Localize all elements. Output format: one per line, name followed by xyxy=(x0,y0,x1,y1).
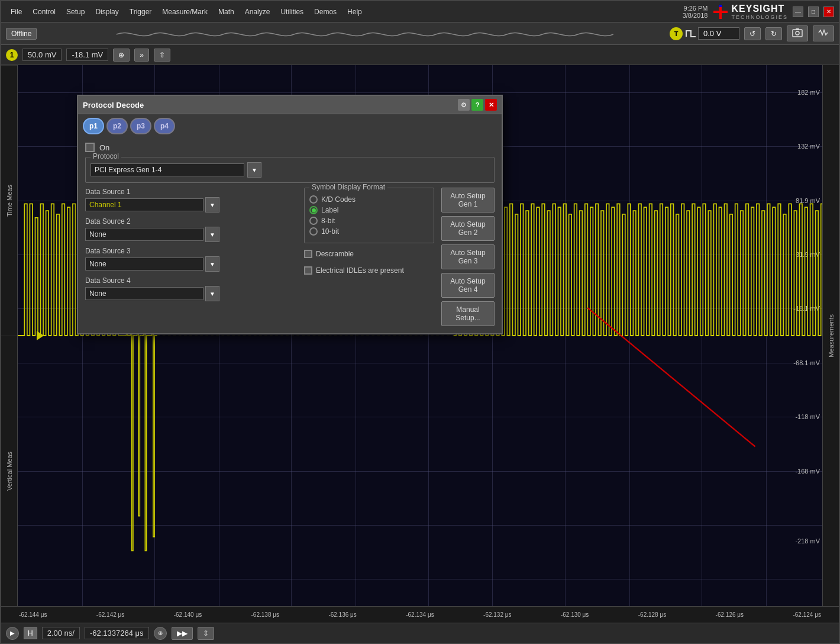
auto-setup-gen4-button[interactable]: Auto SetupGen 4 xyxy=(441,273,495,298)
svg-rect-1 xyxy=(713,11,728,13)
vertical-meas-label: Vertical Meas xyxy=(1,336,17,606)
trigger-marker[interactable] xyxy=(37,331,44,340)
manual-setup-button[interactable]: ManualSetup... xyxy=(441,301,495,326)
bottom-play-button[interactable]: ▶▶ xyxy=(172,627,193,640)
menu-setup[interactable]: Setup xyxy=(62,7,89,17)
menu-demos[interactable]: Demos xyxy=(309,7,341,17)
analysis-button[interactable] xyxy=(813,25,834,41)
wavy-decoration xyxy=(41,28,665,40)
dialog-close-button[interactable]: ✕ xyxy=(485,99,497,111)
radio-label[interactable] xyxy=(309,206,318,214)
screenshot-button[interactable] xyxy=(787,25,808,41)
radio-10bit[interactable] xyxy=(309,227,318,236)
datasource2-dropdown-arrow[interactable]: ▼ xyxy=(205,227,219,242)
main-content: Time Meas Vertical Meas xyxy=(1,65,839,606)
auto-setup-gen3-button[interactable]: Auto SetupGen 3 xyxy=(441,244,495,269)
menu-help[interactable]: Help xyxy=(343,7,367,17)
time-tick-4: -62.136 μs xyxy=(328,611,356,618)
auto-setup-gen2-button[interactable]: Auto SetupGen 2 xyxy=(441,216,495,241)
radio-label-row: Label xyxy=(309,206,429,214)
on-checkbox[interactable] xyxy=(85,143,95,152)
offline-badge: Offline xyxy=(6,28,37,40)
time-tick-10: -62.124 μs xyxy=(793,611,820,618)
measurements-label: Measurements xyxy=(828,314,835,358)
side-labels: Time Meas Vertical Meas xyxy=(1,65,18,606)
maximize-button[interactable]: □ xyxy=(808,7,819,17)
channel1-badge: 1 xyxy=(6,49,18,61)
datasource2-group: Data Source 2 None ▼ xyxy=(85,217,297,242)
datasource4-dropdown-arrow[interactable]: ▼ xyxy=(205,286,219,301)
timebase-value[interactable]: 2.00 ns/ xyxy=(42,627,80,639)
protocol-select[interactable]: PCI Express Gen 1-4 xyxy=(91,163,244,176)
radio-kd-row: K/D Codes xyxy=(309,195,429,204)
channel1-offset[interactable]: -18.1 mV xyxy=(66,49,108,61)
tab-p2[interactable]: p2 xyxy=(106,118,128,134)
menu-measure[interactable]: Measure/Mark xyxy=(157,7,212,17)
time-tick-3: -62.138 μs xyxy=(251,611,279,618)
channel1-scale[interactable]: 50.0 mV xyxy=(22,49,62,61)
close-button[interactable]: ✕ xyxy=(823,7,834,17)
electrical-idles-row: Electrical IDLEs are present xyxy=(304,266,434,275)
dialog-settings-button[interactable]: ⚙ xyxy=(458,99,470,111)
auto-setup-gen1-button[interactable]: Auto SetupGen 1 xyxy=(441,188,495,212)
protocol-decode-dialog: Protocol Decode ⚙ ? ✕ p1 p2 p3 p4 xyxy=(77,95,503,334)
play-button[interactable]: ▶ xyxy=(6,627,19,640)
waveform-icon xyxy=(818,28,829,37)
datasource2-select[interactable]: None xyxy=(85,228,203,241)
datasource1-select[interactable]: Channel 1 xyxy=(85,198,203,211)
tab-p4[interactable]: p4 xyxy=(154,118,175,134)
menu-file[interactable]: File xyxy=(6,7,27,17)
datasource3-select-row: None ▼ xyxy=(85,256,297,272)
radio-kd-label: K/D Codes xyxy=(321,195,356,204)
autoscale-button[interactable]: ⇳ xyxy=(154,49,170,62)
radio-8bit[interactable] xyxy=(309,217,318,225)
menu-math[interactable]: Math xyxy=(214,7,239,17)
menu-control[interactable]: Control xyxy=(28,7,60,17)
tab-p1[interactable]: p1 xyxy=(83,118,104,134)
menu-display[interactable]: Display xyxy=(91,7,123,17)
svg-rect-5 xyxy=(796,28,799,30)
datasource1-label: Data Source 1 xyxy=(85,188,297,196)
minimize-button[interactable]: — xyxy=(793,7,803,17)
zoom-arrow-button[interactable]: » xyxy=(134,49,149,62)
bottom-toolbar: ▶ H 2.00 ns/ -62.1337264 μs ⊕ ▶▶ ⇳ xyxy=(1,623,839,643)
datasource3-select[interactable]: None xyxy=(85,257,203,271)
tab-p3[interactable]: p3 xyxy=(130,118,151,134)
trigger-section: T 0.0 V xyxy=(670,27,739,40)
redo-button[interactable]: ↻ xyxy=(765,27,782,40)
zoom-plus-button[interactable]: ⊕ xyxy=(113,49,130,62)
datasource1-group: Data Source 1 Channel 1 ▼ xyxy=(85,188,297,212)
zoom-circle-button[interactable]: ⊕ xyxy=(154,627,167,640)
descramble-checkbox[interactable] xyxy=(304,250,312,258)
protocol-dropdown-arrow[interactable]: ▼ xyxy=(247,162,261,178)
symbol-group: Symbol Display Format K/D Codes Label xyxy=(304,188,434,243)
dialog-title-text: Protocol Decode xyxy=(83,101,144,110)
datasource4-label: Data Source 4 xyxy=(85,276,297,285)
datasource1-select-row: Channel 1 ▼ xyxy=(85,197,297,212)
trigger-value[interactable]: 0.0 V xyxy=(698,27,739,40)
svg-point-4 xyxy=(796,31,799,35)
dialog-controls: ⚙ ? ✕ xyxy=(458,99,497,111)
toolbar: Offline T 0.0 V ↺ ↻ xyxy=(1,22,839,45)
bottom-fit-button[interactable]: ⇳ xyxy=(198,627,214,640)
radio-kd[interactable] xyxy=(309,195,318,204)
app-window: File Control Setup Display Trigger Measu… xyxy=(0,0,840,644)
scope-display[interactable]: 182 mV 132 mV 81.9 mV 31.9 mV -18.1 mV -… xyxy=(18,65,822,606)
datasource3-dropdown-arrow[interactable]: ▼ xyxy=(205,256,219,272)
title-right: 9:26 PM3/8/2018 KEYSIGHT TECHNOLOGIES — … xyxy=(683,4,834,20)
dialog-body: On Protocol PCI Express Gen 1-4 ▼ xyxy=(78,138,502,333)
menu-trigger[interactable]: Trigger xyxy=(125,7,157,17)
undo-button[interactable]: ↺ xyxy=(744,27,761,40)
time-position-value[interactable]: -62.1337264 μs xyxy=(85,627,149,639)
menu-analyze[interactable]: Analyze xyxy=(240,7,275,17)
datasource4-select[interactable]: None xyxy=(85,287,203,300)
on-row: On xyxy=(85,143,495,152)
dialog-help-button[interactable]: ? xyxy=(471,99,483,111)
menu-utilities[interactable]: Utilities xyxy=(276,7,308,17)
on-label: On xyxy=(99,143,109,152)
symbol-legend: Symbol Display Format xyxy=(309,183,387,191)
datasource1-dropdown-arrow[interactable]: ▼ xyxy=(205,197,219,212)
logo-sub: TECHNOLOGIES xyxy=(731,14,788,20)
electrical-idles-checkbox[interactable] xyxy=(304,266,312,275)
protocol-group: Protocol PCI Express Gen 1-4 ▼ xyxy=(85,157,495,183)
